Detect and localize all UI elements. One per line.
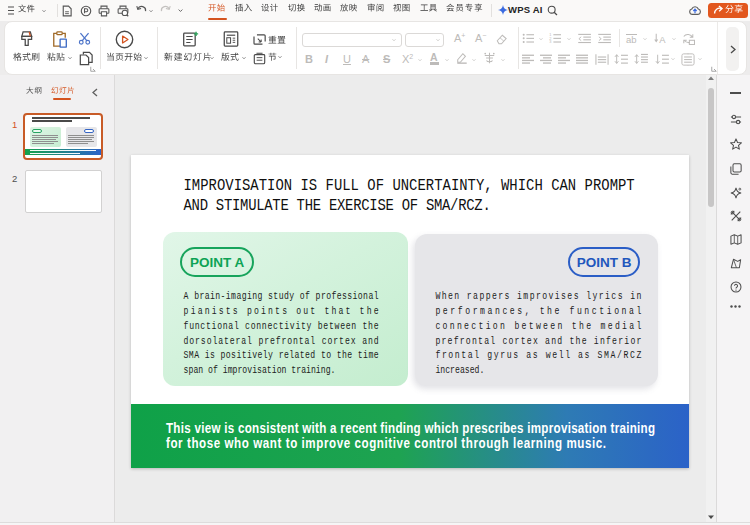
svg-text:pianists points out that the: pianists points out that the [184,305,379,318]
svg-text:IMPROVISATION IS FULL OF UNCER: IMPROVISATION IS FULL OF UNCERTAINTY, WH… [184,176,635,195]
svg-text:span of improvisation training: span of improvisation training. [184,364,336,377]
svg-text:This view is consistent with a: This view is consistent with a recent fi… [166,420,655,437]
svg-text:POINT A: POINT A [190,255,245,270]
svg-text:A brain-imaging study of profe: A brain-imaging study of professional [184,290,379,303]
svg-text:prefrontal cortex and the infe: prefrontal cortex and the inferior [435,334,641,347]
svg-text:SMA is positively related to t: SMA is positively related to the time [184,349,379,362]
svg-text:functional connectivity betwee: functional connectivity between the [184,320,379,333]
svg-text:for those who want to improve: for those who want to improve cognitive … [166,435,606,452]
svg-text:When rappers improvises lyrics: When rappers improvises lyrics in [435,290,641,303]
svg-text:AND STIMULATE THE EXERCISE OF: AND STIMULATE THE EXERCISE OF SMA/RCZ. [184,196,491,215]
svg-text:3: 3 [549,39,551,44]
svg-text:performances, the functional: performances, the functional [435,305,641,318]
svg-text:A: A [659,34,666,45]
svg-text:frontal gyrus as well as SMA/R: frontal gyrus as well as SMA/RCZ [435,349,641,362]
svg-text:dorsolateral prefrontal cortex: dorsolateral prefrontal cortex and [184,334,379,347]
svg-text:connection between the medial: connection between the medial [435,320,641,333]
svg-text:increased.: increased. [435,364,484,377]
svg-text:POINT B: POINT B [577,255,632,270]
